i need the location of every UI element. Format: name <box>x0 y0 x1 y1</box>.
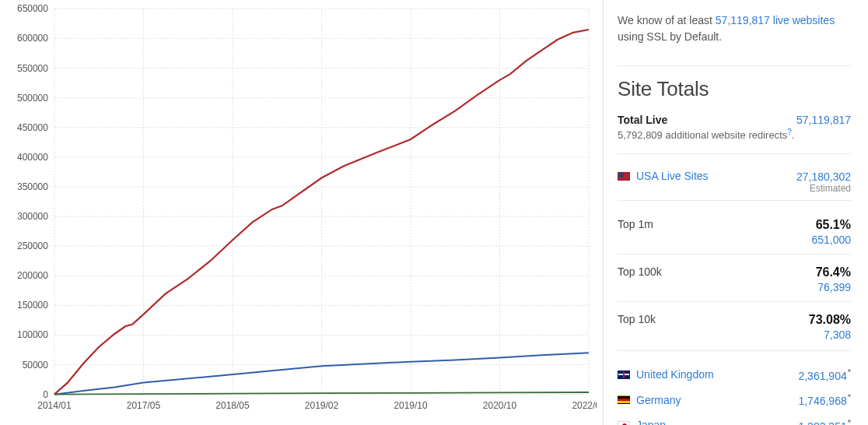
side-panel: We know of at least 57,119,817 live webs… <box>603 0 868 425</box>
svg-text:0: 0 <box>43 389 48 400</box>
live-websites-link[interactable]: 57,119,817 live websites <box>716 14 835 26</box>
svg-text:600000: 600000 <box>17 33 48 44</box>
summary-text: We know of at least 57,119,817 live webs… <box>618 11 851 54</box>
svg-text:350000: 350000 <box>17 181 48 192</box>
country-link[interactable]: Japan <box>636 419 666 425</box>
svg-text:300000: 300000 <box>17 211 48 222</box>
country-row: Japan1,203,351* <box>618 413 851 425</box>
svg-text:650000: 650000 <box>17 3 48 14</box>
section-title: Site Totals <box>618 77 851 101</box>
metric-name: Top 1m <box>618 218 653 232</box>
total-live-label: Total Live <box>618 114 667 126</box>
metric-count-link[interactable]: 76,399 <box>817 281 851 293</box>
usa-row: USA Live Sites 27,180,302 <box>618 165 851 184</box>
country-value-link[interactable]: 2,361,904 <box>798 369 846 381</box>
divider <box>618 200 851 201</box>
usa-live-value[interactable]: 27,180,302 <box>796 170 851 183</box>
metric-count-link[interactable]: 651,000 <box>811 234 851 246</box>
flag-us-icon <box>618 172 630 181</box>
country-link[interactable]: United Kingdom <box>636 368 714 381</box>
metric-pct: 76.4% <box>816 265 851 279</box>
chart-panel: 0500001000001500002000002500003000003500… <box>0 0 603 425</box>
metric-name: Top 10k <box>618 313 656 327</box>
country-row: Germany1,746,968* <box>618 387 851 413</box>
country-value-link[interactable]: 1,203,351 <box>798 420 846 425</box>
svg-text:200000: 200000 <box>17 270 48 281</box>
redirects-note: 5,792,809 additional website redirects?. <box>618 128 851 147</box>
svg-text:2017/05: 2017/05 <box>127 400 161 411</box>
flag-de-icon <box>618 395 630 404</box>
svg-text:100000: 100000 <box>17 329 48 340</box>
country-link[interactable]: Germany <box>636 394 681 406</box>
svg-text:2019/10: 2019/10 <box>394 400 428 411</box>
divider <box>618 301 851 302</box>
usa-live-link[interactable]: USA Live Sites <box>636 170 709 182</box>
svg-text:550000: 550000 <box>17 63 48 74</box>
country-row: United Kingdom2,361,904* <box>618 362 851 388</box>
metric-pct: 73.08% <box>809 313 851 327</box>
divider <box>618 254 851 255</box>
divider <box>618 153 851 154</box>
svg-text:450000: 450000 <box>17 122 48 133</box>
flag-uk-icon <box>618 371 630 379</box>
line-chart: 0500001000001500002000002500003000003500… <box>6 0 597 425</box>
metric-count-link[interactable]: 7,308 <box>824 328 851 341</box>
country-value-link[interactable]: 1,746,968 <box>798 395 846 407</box>
svg-text:2020/10: 2020/10 <box>483 400 517 411</box>
flag-jp-icon <box>618 421 630 425</box>
metric-pct: 65.1% <box>816 218 851 232</box>
metric-name: Top 100k <box>618 265 662 279</box>
svg-text:2018/05: 2018/05 <box>215 400 250 411</box>
svg-text:250000: 250000 <box>17 241 48 251</box>
footnote-marker[interactable]: ? <box>787 128 792 136</box>
estimated-label: Estimated <box>618 183 851 194</box>
divider <box>618 65 851 66</box>
total-live-value[interactable]: 57,119,817 <box>796 114 851 126</box>
total-live-row: Total Live 57,119,817 <box>618 109 851 128</box>
svg-text:2019/02: 2019/02 <box>305 400 339 411</box>
svg-text:2022/03: 2022/03 <box>572 400 597 411</box>
svg-text:2014/01: 2014/01 <box>37 400 72 411</box>
metric-row: Top 10k73.08%7,308 <box>618 307 851 344</box>
svg-text:150000: 150000 <box>17 300 48 311</box>
divider <box>618 350 851 351</box>
svg-text:400000: 400000 <box>17 152 48 163</box>
metric-row: Top 1m65.1%651,000 <box>618 212 851 249</box>
metric-row: Top 100k76.4%76,399 <box>618 259 851 297</box>
svg-text:500000: 500000 <box>17 93 48 104</box>
svg-text:50000: 50000 <box>23 360 49 371</box>
